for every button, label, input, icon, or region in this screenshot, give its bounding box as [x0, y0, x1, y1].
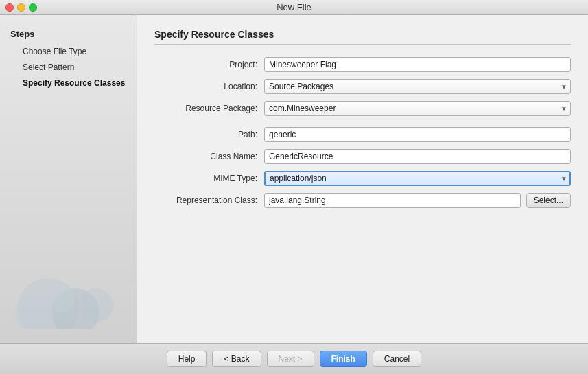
- project-input[interactable]: [264, 57, 571, 72]
- classname-row: Class Name:: [154, 149, 571, 164]
- dialog: Steps Choose File Type Select Pattern Sp…: [0, 15, 588, 374]
- back-button[interactable]: < Back: [212, 351, 261, 367]
- location-select-wrapper: Source Packages Test Packages ▼: [264, 79, 571, 94]
- location-row: Location: Source Packages Test Packages …: [154, 79, 571, 94]
- help-button[interactable]: Help: [167, 351, 207, 367]
- resource-package-select-wrapper: com.Minesweeper ▼: [264, 101, 571, 116]
- watermark: [7, 261, 124, 329]
- steps-list: Choose File Type Select Pattern Specify …: [10, 46, 126, 89]
- step-3: Specify Resource Classes: [23, 78, 126, 89]
- project-label: Project:: [154, 60, 264, 69]
- watermark-svg: [7, 261, 124, 329]
- minimize-button[interactable]: [17, 3, 25, 12]
- window-title: New File: [277, 2, 311, 12]
- resource-package-row: Resource Package: com.Minesweeper ▼: [154, 101, 571, 116]
- path-control: [264, 127, 571, 142]
- close-button[interactable]: [5, 3, 14, 12]
- svg-point-4: [48, 285, 75, 312]
- dialog-body: Steps Choose File Type Select Pattern Sp…: [0, 15, 588, 343]
- mimetype-select-wrapper: application/json text/plain text/html ap…: [264, 171, 571, 186]
- location-select[interactable]: Source Packages Test Packages: [264, 79, 571, 94]
- main-panel: Specify Resource Classes Project: Locati…: [137, 15, 588, 343]
- repclass-row: Representation Class: Select...: [154, 193, 571, 208]
- finish-button[interactable]: Finish: [320, 351, 367, 367]
- classname-input[interactable]: [264, 149, 571, 164]
- repclass-label: Representation Class:: [154, 196, 264, 205]
- resource-package-control: com.Minesweeper ▼: [264, 101, 571, 116]
- location-label: Location:: [154, 82, 264, 91]
- section-title: Specify Resource Classes: [154, 29, 571, 45]
- window-controls[interactable]: [5, 3, 37, 12]
- repclass-input-group: Select...: [264, 193, 571, 208]
- resource-package-label: Resource Package:: [154, 104, 264, 113]
- repclass-control: Select...: [264, 193, 571, 208]
- classname-control: [264, 149, 571, 164]
- title-bar: New File: [0, 0, 588, 15]
- cancel-button[interactable]: Cancel: [373, 351, 421, 367]
- project-control: [264, 57, 571, 72]
- mimetype-select[interactable]: application/json text/plain text/html ap…: [264, 171, 571, 186]
- dialog-footer: Help < Back Next > Finish Cancel: [0, 343, 588, 374]
- mimetype-control: application/json text/plain text/html ap…: [264, 171, 571, 186]
- resource-package-select[interactable]: com.Minesweeper: [264, 101, 571, 116]
- classname-label: Class Name:: [154, 152, 264, 161]
- repclass-input[interactable]: [264, 193, 521, 208]
- next-button[interactable]: Next >: [267, 351, 314, 367]
- svg-point-3: [79, 288, 113, 323]
- mimetype-row: MIME Type: application/json text/plain t…: [154, 171, 571, 186]
- location-control: Source Packages Test Packages ▼: [264, 79, 571, 94]
- mimetype-label: MIME Type:: [154, 174, 264, 183]
- step-1: Choose File Type: [23, 46, 126, 58]
- steps-panel: Steps Choose File Type Select Pattern Sp…: [0, 15, 137, 343]
- path-row: Path:: [154, 127, 571, 142]
- maximize-button[interactable]: [29, 3, 37, 12]
- step-2: Select Pattern: [23, 62, 126, 73]
- path-label: Path:: [154, 130, 264, 139]
- path-input[interactable]: [264, 127, 571, 142]
- steps-heading: Steps: [10, 29, 126, 39]
- project-row: Project:: [154, 57, 571, 72]
- select-button[interactable]: Select...: [526, 193, 571, 208]
